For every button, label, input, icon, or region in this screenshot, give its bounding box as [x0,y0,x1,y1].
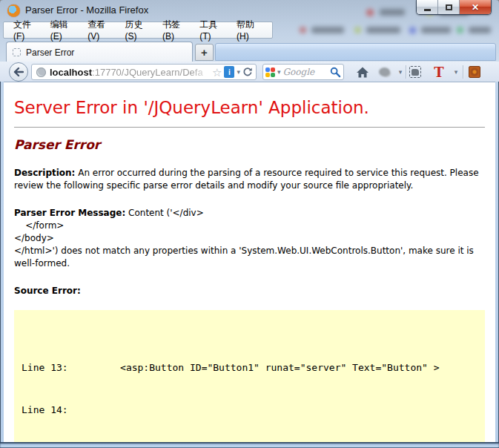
search-engine-dropdown-icon[interactable]: ▾ [277,69,281,76]
menu-file[interactable]: 文件(F) [8,17,44,43]
tab-strip: Parser Error + [0,42,499,62]
toolbar-separator [463,65,463,79]
addon-info-icon[interactable]: i [224,66,234,78]
window-controls: ✕ [416,0,492,15]
translate-button[interactable]: T [432,64,446,80]
code-line-13: Line 13: <asp:Button ID="Button1" runat=… [22,360,476,375]
source-error-paragraph: Source Error: [14,285,485,297]
maximize-icon [446,4,452,10]
firebug-button[interactable] [377,64,391,80]
back-button[interactable] [9,62,28,82]
search-button[interactable] [330,67,341,78]
firebug-icon [379,67,390,76]
menu-tools[interactable]: 工具(T) [194,17,230,43]
toolbar-separator [406,65,406,79]
home-button[interactable] [354,64,371,80]
description-label: Description: [14,168,75,178]
url-path: :17770/JQueryLearn/Defa [92,67,203,78]
description-paragraph: Description: An error occurred during th… [14,167,485,192]
code-line-14: Line 14: [22,403,476,417]
gear-addon-icon [469,66,480,78]
site-globe-icon [36,67,46,77]
menu-history[interactable]: 历史(S) [120,17,156,43]
addon-button[interactable] [467,64,482,80]
divider [14,127,485,128]
url-dropdown-icon[interactable]: ▾ [237,69,240,76]
parser-error-message-paragraph: Parser Error Message: Content ('</div> <… [14,207,485,270]
translate-t-icon: T [434,65,443,80]
browser-window: Parser Error - Mozilla Firefox ✕ 文件(F) 编… [0,0,499,448]
error-page: Server Error in '/JQueryLearn' Applicati… [4,82,495,442]
tabstrip-background [215,43,496,61]
evernote-icon [409,66,421,78]
menubar: 文件(F) 编辑(E) 查看(V) 历史(S) 书签(B) 工具(T) 帮助(H… [3,22,273,39]
bookmark-star-icon[interactable]: ☆ [212,67,222,78]
translate-dropdown-button[interactable]: ▾ [451,64,461,80]
chevron-down-icon: ▾ [399,69,403,76]
search-input[interactable]: Google [283,67,328,77]
firebug-dropdown-button[interactable]: ▾ [395,64,406,80]
minimize-icon [424,9,431,11]
firefox-icon [7,4,20,17]
window-border-right [495,82,499,448]
menu-bookmarks[interactable]: 书签(B) [157,17,193,43]
minimize-button[interactable] [417,0,438,14]
error-type-heading: Parser Error [14,137,485,152]
window-chrome: Parser Error - Mozilla Firefox ✕ 文件(F) 编… [0,0,499,62]
url-host: localhost [50,67,92,78]
source-error-code-block: Line 13: <asp:Button ID="Button1" runat=… [14,310,485,442]
google-logo-icon [265,67,275,77]
menu-help[interactable]: 帮助(H) [231,17,268,43]
plus-icon: + [201,46,208,59]
reload-icon [242,67,253,77]
home-icon [356,66,369,79]
search-bar[interactable]: ▾ Google [262,64,344,80]
parser-error-message-label: Parser Error Message: [14,208,125,218]
description-text: An error occurred during the parsing of … [14,168,481,191]
close-button[interactable]: ✕ [460,0,491,14]
window-title: Parser Error - Mozilla Firefox [25,4,148,16]
menu-view[interactable]: 查看(V) [82,17,118,43]
source-error-label: Source Error: [14,286,81,296]
url-bar[interactable]: localhost:17770/JQueryLearn/Defa ☆ i ▾ [31,64,257,80]
window-border-left [0,82,4,448]
close-icon: ✕ [472,2,479,13]
reload-button[interactable] [242,67,253,77]
evernote-clipper-button[interactable] [408,64,423,80]
url-text[interactable]: localhost:17770/JQueryLearn/Defa [50,67,211,78]
default-favicon-icon [13,48,21,56]
tab-label: Parser Error [26,47,74,58]
navigation-toolbar: localhost:17770/JQueryLearn/Defa ☆ i ▾ ▾… [0,62,499,82]
page-title: Server Error in '/JQueryLearn' Applicati… [14,98,485,117]
window-border-bottom [0,442,499,448]
back-arrow-icon [13,67,24,76]
tab-parser-error[interactable]: Parser Error [6,42,193,62]
chevron-down-icon: ▾ [455,69,458,76]
magnifier-icon [330,67,341,78]
maximize-button[interactable] [438,0,460,14]
menu-edit[interactable]: 编辑(E) [45,17,81,43]
new-tab-button[interactable]: + [195,44,214,61]
